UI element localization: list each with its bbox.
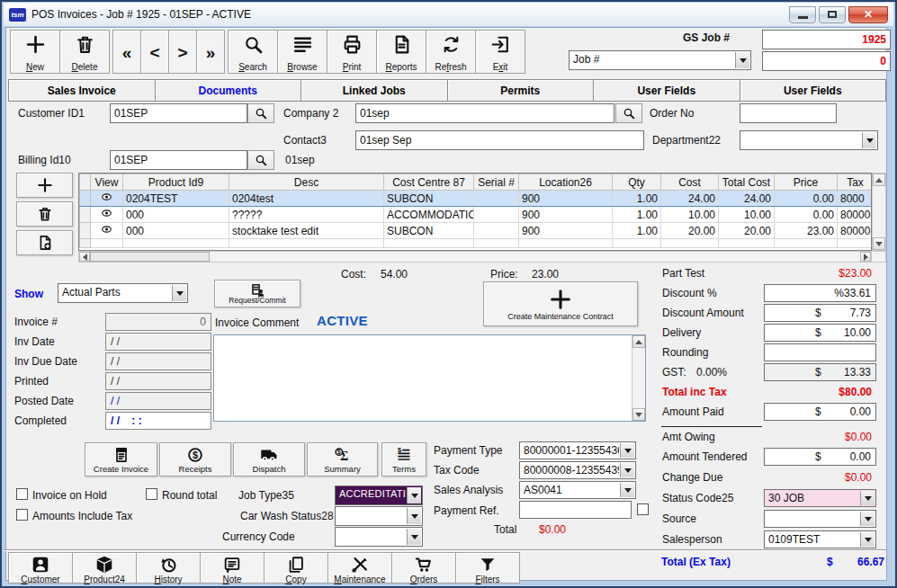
salesperson-combo-arrow[interactable] <box>860 532 875 547</box>
nav-next-button[interactable]: > <box>168 30 197 74</box>
payment-ref-input[interactable] <box>519 501 632 519</box>
toolbar-exit-button[interactable]: Exit <box>475 30 525 74</box>
add-line-button[interactable] <box>16 173 73 198</box>
grid-hscrollbar[interactable] <box>78 251 872 263</box>
comment-scrollbar[interactable] <box>632 335 645 421</box>
toolbar-reports-button[interactable]: Reports <box>376 30 426 74</box>
delete-line-button[interactable] <box>16 201 73 227</box>
status-code25-combo-arrow[interactable] <box>860 491 875 505</box>
gs-job-number-field[interactable] <box>762 30 891 49</box>
cell-cost-centre-87[interactable]: SUBCON <box>384 191 474 207</box>
toolbar-delete-button[interactable]: Delete <box>59 30 110 74</box>
view-eye-button[interactable] <box>91 207 123 223</box>
scroll-up-button[interactable] <box>632 335 645 348</box>
payment-ref-checkbox[interactable] <box>637 503 649 515</box>
cell-location26[interactable]: 900 <box>519 207 613 223</box>
receipts-button[interactable]: $Receipts <box>159 442 231 477</box>
cell-serial[interactable] <box>474 223 519 239</box>
sales-analysis-combo-arrow[interactable] <box>620 483 634 497</box>
cell-location26[interactable]: 900 <box>519 191 613 207</box>
scroll-left-button[interactable] <box>79 252 90 262</box>
close-button[interactable]: ✕ <box>848 6 888 23</box>
cell-desc[interactable]: ????? <box>229 207 384 223</box>
grid-header-serial[interactable]: Serial # <box>474 174 519 191</box>
tax-code-combo-arrow[interactable] <box>620 463 634 477</box>
table-row[interactable]: 000?????ACCOMMODATION9001.0010.0010.000.… <box>80 207 873 223</box>
cell-price[interactable]: 0.00 <box>775 207 838 223</box>
cell-cost-centre-87[interactable]: ACCOMMODATION <box>384 207 474 223</box>
job-type-combo[interactable]: ACCREDITATIO <box>335 486 423 505</box>
status-code25-combo[interactable]: 30 JOB <box>764 489 876 507</box>
nav-last-button[interactable]: » <box>196 30 225 74</box>
sales-analysis-combo[interactable]: AS0041 <box>519 481 636 499</box>
cell-cost[interactable]: 24.00 <box>661 191 719 207</box>
cell-total-cost[interactable]: 24.00 <box>719 191 775 207</box>
cell-desc[interactable]: 0204test <box>229 191 384 207</box>
cell-product-id9[interactable]: 000 <box>123 207 229 223</box>
bottom-filters-button[interactable]: Filters <box>455 552 520 584</box>
billing-id-input[interactable] <box>110 150 247 170</box>
bottom-history-button[interactable]: History <box>136 552 201 584</box>
amounts-include-tax-checkbox[interactable] <box>16 509 28 521</box>
gs-job-number2-field[interactable] <box>762 51 891 71</box>
invoice-comment-box[interactable] <box>213 334 646 422</box>
nav-first-button[interactable]: « <box>112 30 141 74</box>
amount-tendered-field[interactable]: $0.00 <box>764 448 876 466</box>
scroll-up-button[interactable] <box>873 174 885 186</box>
grid-header-product-id9[interactable]: Product Id9 <box>123 174 229 191</box>
cell-qty[interactable]: 1.00 <box>613 223 661 239</box>
nav-prev-button[interactable]: < <box>140 30 169 74</box>
department-combo[interactable] <box>740 130 878 150</box>
cell-tax[interactable]: 80000 <box>838 207 873 223</box>
bottom-orders-button[interactable]: Orders <box>391 552 456 584</box>
rounding-field[interactable] <box>764 343 876 361</box>
cell-serial[interactable] <box>474 191 519 207</box>
salesperson-combo[interactable]: 0109TEST <box>764 530 876 548</box>
maximize-button[interactable] <box>819 6 846 23</box>
view-eye-button[interactable] <box>91 191 123 207</box>
currency-combo-arrow[interactable] <box>407 529 421 545</box>
department-combo-arrow[interactable] <box>862 132 876 148</box>
scroll-right-button[interactable] <box>860 252 871 262</box>
source-combo[interactable] <box>764 510 876 528</box>
cell-qty[interactable]: 1.00 <box>613 207 661 223</box>
job-combo-arrow[interactable] <box>735 52 749 68</box>
cell-total-cost[interactable]: 20.00 <box>719 223 775 239</box>
cell-serial[interactable] <box>474 207 519 223</box>
cell-product-id9[interactable]: 0204TEST <box>123 191 229 207</box>
inv-due-date-field[interactable]: / / <box>105 352 211 370</box>
billing-search-button[interactable] <box>247 150 274 170</box>
amount-paid-field[interactable]: $0.00 <box>764 403 876 421</box>
toolbar-new-button[interactable]: New <box>10 30 60 74</box>
create-invoice-button[interactable]: Create Invoice <box>85 442 157 477</box>
order-no-input[interactable] <box>740 103 837 123</box>
toolbar-search-button[interactable]: Search <box>228 30 278 74</box>
customer-id-input[interactable] <box>110 103 247 123</box>
show-combo-arrow[interactable] <box>172 285 186 301</box>
payment-type-combo[interactable]: 80000001-123554362 <box>519 441 636 459</box>
cell-price[interactable]: 0.00 <box>775 191 838 207</box>
grid-header-cost[interactable]: Cost <box>661 174 719 191</box>
hscroll-thumb[interactable] <box>90 252 210 262</box>
cell-total-cost[interactable]: 10.00 <box>719 207 775 223</box>
minimize-button[interactable] <box>789 6 816 23</box>
cell-cost-centre-87[interactable]: SUBCON <box>384 223 474 239</box>
tab-permits[interactable]: Permits <box>447 79 595 102</box>
grid-header-tax[interactable]: Tax <box>838 174 873 191</box>
cell-location26[interactable]: 900 <box>519 223 613 239</box>
currency-code-combo[interactable] <box>335 527 423 547</box>
job-type-combo-arrow[interactable] <box>407 487 421 503</box>
toolbar-browse-button[interactable]: Browse <box>277 30 327 74</box>
cell-cost[interactable]: 10.00 <box>661 207 719 223</box>
source-combo-arrow[interactable] <box>860 512 875 526</box>
show-combo[interactable]: Actual Parts <box>58 283 188 303</box>
cell-desc[interactable]: stocktake test edit <box>229 223 384 239</box>
car-wash-status-combo[interactable] <box>335 506 423 526</box>
cell-qty[interactable]: 1.00 <box>613 191 661 207</box>
delivery-field[interactable]: $10.00 <box>764 324 876 342</box>
toolbar-print-button[interactable]: Print <box>327 30 377 74</box>
scroll-down-button[interactable] <box>632 408 645 421</box>
tab-documents[interactable]: Documents <box>155 79 302 102</box>
scroll-down-button[interactable] <box>873 237 885 250</box>
bottom-product24-button[interactable]: Product24 <box>72 552 137 584</box>
